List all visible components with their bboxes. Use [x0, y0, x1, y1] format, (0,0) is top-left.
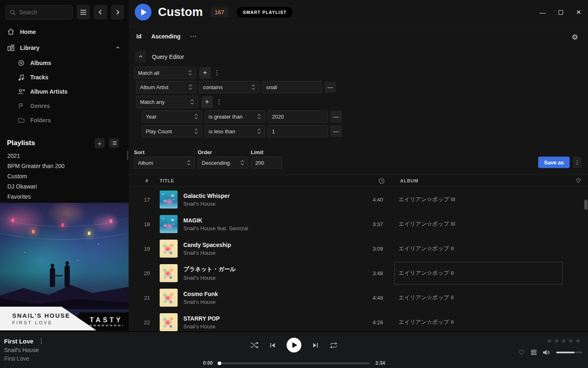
- match-type-select[interactable]: Match any: [136, 96, 198, 108]
- add-rule-button[interactable]: +: [199, 67, 211, 79]
- play-pause-button[interactable]: [287, 338, 301, 352]
- track-artist[interactable]: Snail's House feat. Sennzai: [183, 225, 355, 231]
- group-menu-button[interactable]: ⋮: [216, 98, 222, 105]
- table-row[interactable]: 22 STARRY POP Snail's House 4:28 エイリアン☆ポ…: [129, 310, 588, 331]
- remove-rule-button[interactable]: —: [325, 81, 336, 93]
- add-rule-button[interactable]: +: [201, 96, 213, 108]
- rule-operator-select[interactable]: is greater than: [205, 110, 265, 123]
- track-title[interactable]: STARRY POP: [183, 315, 355, 322]
- playlist-item[interactable]: Custom: [0, 171, 129, 182]
- now-playing-artist[interactable]: Snail's House: [4, 347, 45, 353]
- track-title[interactable]: Galactic Whisper: [183, 193, 355, 199]
- now-playing-album[interactable]: First Love: [4, 355, 45, 362]
- sidebar-item-albums[interactable]: Albums: [0, 56, 129, 70]
- remove-rule-button[interactable]: —: [330, 111, 342, 122]
- album-art-thumbnail[interactable]: [160, 240, 178, 258]
- playlist-item[interactable]: Favorites: [0, 192, 129, 202]
- table-row[interactable]: 18 MAGIK Snail's House feat. Sennzai 3:3…: [129, 212, 588, 236]
- rule-field-select[interactable]: Year: [142, 110, 202, 123]
- query-editor-collapse-button[interactable]: [135, 51, 146, 62]
- menu-button[interactable]: [77, 5, 90, 20]
- column-header-duration[interactable]: [356, 178, 385, 184]
- sidebar-item-home[interactable]: Home: [0, 24, 129, 40]
- track-artist[interactable]: Snail's House: [183, 275, 355, 281]
- chevron-up-icon[interactable]: [115, 45, 120, 50]
- column-header-index[interactable]: #: [139, 178, 155, 183]
- save-menu-button[interactable]: ⋮: [573, 157, 581, 168]
- seek-knob[interactable]: [218, 361, 221, 365]
- track-album[interactable]: エイリアン☆ポップ III: [394, 188, 563, 211]
- album-art-thumbnail[interactable]: [160, 289, 178, 307]
- column-header-favorite[interactable]: ♡: [569, 177, 588, 184]
- track-album[interactable]: エイリアン☆ポップ II: [394, 262, 563, 285]
- album-art-thumbnail[interactable]: [160, 215, 178, 233]
- add-playlist-button[interactable]: +: [95, 138, 105, 148]
- forward-button[interactable]: [111, 5, 124, 20]
- track-artist[interactable]: Snail's House: [183, 250, 355, 256]
- table-scrollbar[interactable]: [584, 200, 588, 210]
- volume-slider[interactable]: [556, 352, 582, 353]
- search-input[interactable]: [5, 5, 73, 20]
- back-button[interactable]: [94, 5, 107, 20]
- group-menu-button[interactable]: ⋮: [214, 69, 220, 76]
- playlist-item[interactable]: 2021: [0, 151, 129, 161]
- next-button[interactable]: [312, 342, 318, 348]
- track-album[interactable]: エイリアン☆ポップ II: [394, 237, 563, 260]
- playlist-item[interactable]: BPM Greater than 200: [0, 161, 129, 171]
- match-type-select[interactable]: Match all: [134, 67, 196, 79]
- table-row[interactable]: 21 Cosmo Funk Snail's House 4:48 エイリアン☆ポ…: [129, 285, 588, 310]
- album-art-thumbnail[interactable]: [160, 264, 178, 282]
- repeat-button[interactable]: [330, 342, 338, 349]
- sidebar-scrollbar[interactable]: [127, 150, 128, 160]
- volume-button[interactable]: [543, 349, 550, 356]
- track-title[interactable]: Cosmo Funk: [183, 291, 355, 297]
- rule-value-input[interactable]: [267, 110, 328, 123]
- queue-button[interactable]: [530, 350, 537, 355]
- column-header-album[interactable]: ALBUM: [396, 178, 569, 183]
- limit-input[interactable]: [251, 157, 282, 169]
- sidebar-item-library[interactable]: Library: [0, 40, 129, 56]
- close-button[interactable]: ✕: [575, 9, 582, 16]
- album-art-thumbnail[interactable]: [160, 191, 178, 209]
- column-header-title[interactable]: TITLE: [160, 178, 356, 183]
- rating-stars[interactable]: ★★★★★: [547, 337, 582, 345]
- track-album[interactable]: エイリアン☆ポップ II: [394, 286, 563, 309]
- track-artist[interactable]: Snail's House: [183, 323, 355, 330]
- track-album[interactable]: エイリアン☆ポップ III: [394, 213, 563, 236]
- sort-direction-button[interactable]: Ascending: [151, 33, 180, 40]
- table-row[interactable]: 17 Galactic Whisper Snail's House 4:40 エ…: [129, 187, 588, 212]
- track-album[interactable]: エイリアン☆ポップ II: [394, 311, 563, 331]
- rule-field-select[interactable]: Album Artist: [136, 81, 196, 93]
- now-playing-menu-button[interactable]: ⋮: [38, 337, 45, 345]
- track-title[interactable]: プラネット・ガール: [183, 266, 355, 273]
- table-row[interactable]: 20 プラネット・ガール Snail's House 3:48 エイリアン☆ポッ…: [129, 261, 588, 285]
- order-select[interactable]: Descending: [198, 157, 248, 169]
- rule-operator-select[interactable]: contains: [199, 81, 259, 93]
- sidebar-item-genres[interactable]: Genres: [0, 99, 129, 113]
- playlist-item[interactable]: DJ Okawari: [0, 182, 129, 192]
- table-row[interactable]: 19 Candy Spaceship Snail's House 3:09 エイ…: [129, 236, 588, 261]
- shuffle-button[interactable]: [250, 341, 258, 349]
- track-artist[interactable]: Snail's House: [183, 201, 355, 207]
- sort-select[interactable]: Album: [134, 157, 195, 169]
- previous-button[interactable]: [270, 342, 276, 348]
- favorite-button[interactable]: ♡: [519, 348, 525, 357]
- save-as-button[interactable]: Save as: [538, 157, 570, 168]
- rule-value-input[interactable]: [267, 125, 328, 137]
- track-title[interactable]: MAGIK: [183, 217, 355, 224]
- settings-gear-icon[interactable]: ⚙: [572, 33, 578, 41]
- sort-field-button[interactable]: Id: [136, 33, 141, 40]
- rule-value-input[interactable]: [262, 81, 322, 93]
- search-field[interactable]: [19, 9, 64, 16]
- track-title[interactable]: Candy Spaceship: [183, 242, 355, 248]
- track-artist[interactable]: Snail's House: [183, 299, 355, 305]
- more-options-button[interactable]: ···: [190, 33, 197, 40]
- minimize-button[interactable]: —: [539, 9, 546, 16]
- rule-operator-select[interactable]: is less than: [205, 125, 265, 137]
- sidebar-item-album-artists[interactable]: Album Artists: [0, 84, 129, 99]
- sidebar-item-tracks[interactable]: Tracks: [0, 70, 129, 84]
- remove-rule-button[interactable]: —: [330, 126, 342, 137]
- seek-bar[interactable]: [218, 362, 370, 364]
- play-playlist-button[interactable]: [135, 4, 151, 20]
- rule-field-select[interactable]: Play Count: [142, 125, 202, 137]
